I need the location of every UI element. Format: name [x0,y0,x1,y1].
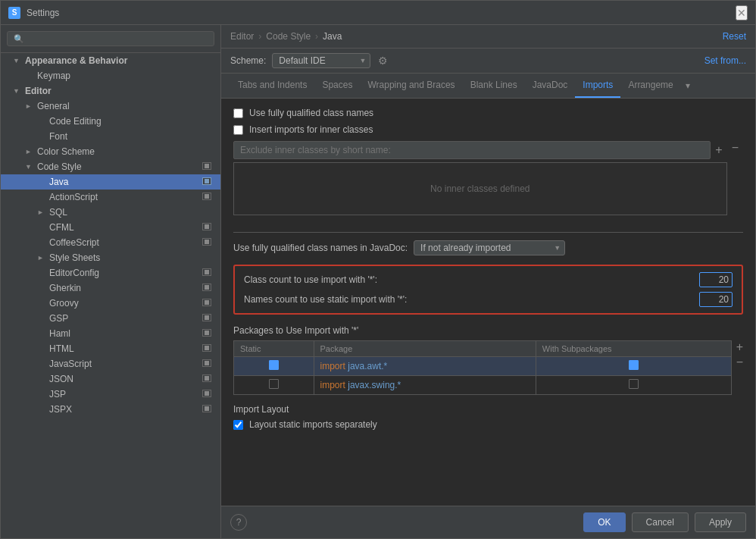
remove-inner-class-button[interactable]: − [727,141,743,155]
sidebar-item-java[interactable]: Java [1,174,220,190]
sidebar-item-style-sheets[interactable]: ► Style Sheets [1,250,220,265]
qualified-label: Use fully qualified class names in JavaD… [233,243,408,253]
checkbox-use-fully-label: Use fully qualified class names [249,108,373,118]
scheme-left: Scheme: Default IDE ⚙ [230,53,389,68]
gear-button[interactable]: ⚙ [376,53,389,68]
arrow-icon: ▼ [13,57,25,64]
tab-more[interactable]: ▾ [681,74,695,97]
reset-button[interactable]: Reset [723,31,746,42]
arrow-icon: ▼ [13,87,25,95]
tab-spaces[interactable]: Spaces [314,74,360,98]
settings-window: S Settings ✕ ▼ Appearance & Behavior Key… [0,0,756,539]
exclude-input[interactable] [233,141,711,159]
sidebar-item-html[interactable]: HTML [1,341,220,356]
sidebar-item-jsp[interactable]: JSP [1,387,220,402]
inner-classes-wrap: + No inner classes defined [233,141,727,224]
arrow-icon: ► [37,254,49,262]
sidebar-item-editorconfig[interactable]: EditorConfig [1,265,220,280]
breadcrumb-code-style: Code Style [266,31,311,42]
sidebar-item-font[interactable]: Font [1,129,220,144]
checkbox-use-fully[interactable] [233,108,243,118]
arrow-icon: ► [37,208,49,216]
subpackage-checkbox-unchecked [629,379,639,389]
static-checkbox-unchecked [269,379,279,389]
sidebar-item-color-scheme[interactable]: ► Color Scheme [1,144,220,159]
right-panel: Editor › Code Style › Java Reset Scheme:… [221,25,755,538]
copy-icon [202,344,214,353]
right-header: Editor › Code Style › Java Reset [221,25,755,49]
sidebar-item-cfml[interactable]: CFML [1,220,220,235]
names-count-input[interactable] [699,292,733,307]
set-from-link[interactable]: Set from... [704,55,746,66]
sidebar-item-groovy[interactable]: Groovy [1,296,220,311]
sidebar-item-label: Appearance & Behavior [25,55,214,66]
sidebar-item-haml[interactable]: Haml [1,326,220,341]
cancel-button[interactable]: Cancel [632,512,689,532]
class-count-row: Class count to use import with '*': [244,272,733,287]
class-count-input[interactable] [699,272,733,287]
qualified-row: Use fully qualified class names in JavaD… [233,240,743,255]
table-row[interactable]: import javax.swing.* [234,376,732,395]
remove-package-button[interactable]: − [736,356,743,369]
qualified-select-wrap: If not already imported [414,240,565,255]
help-button[interactable]: ? [230,514,247,531]
copy-icon [202,284,214,293]
window-title: Settings [27,8,736,18]
sidebar-item-editor[interactable]: ▼ Editor [1,83,220,99]
copy-icon [202,268,214,277]
tab-javadoc[interactable]: JavaDoc [525,74,576,98]
sidebar-item-javascript[interactable]: JavaScript [1,356,220,371]
search-input[interactable] [7,31,214,46]
package-name: java.awt.* [348,361,387,371]
package-keyword: import [320,380,345,390]
tab-wrapping-braces[interactable]: Wrapping and Braces [360,74,462,98]
checkbox-row-use-fully: Use fully qualified class names [233,108,743,118]
table-row[interactable]: import java.awt.* [234,357,732,376]
sidebar-item-code-editing[interactable]: Code Editing [1,114,220,129]
close-button[interactable]: ✕ [736,5,748,20]
sidebar: ▼ Appearance & Behavior Keymap ▼ Editor … [1,25,221,538]
class-count-label: Class count to use import with '*': [244,274,693,285]
tab-tabs-indents[interactable]: Tabs and Indents [230,74,314,98]
sidebar-item-keymap[interactable]: Keymap [1,68,220,83]
ok-button[interactable]: OK [583,512,625,532]
sidebar-item-appearance-behavior[interactable]: ▼ Appearance & Behavior [1,53,220,68]
exclude-row: + [233,141,727,159]
scheme-select[interactable]: Default IDE [272,53,370,68]
sidebar-item-code-style[interactable]: ▼ Code Style [1,159,220,174]
sidebar-item-jspx[interactable]: JSPX [1,402,220,417]
sidebar-item-label: JavaScript [49,359,199,369]
sidebar-item-actionscript[interactable]: ActionScript [1,190,220,205]
checkbox-inner-label: Insert imports for inner classes [249,124,373,135]
copy-icon [202,405,214,414]
add-package-button[interactable]: + [736,340,743,354]
sidebar-item-label: Gherkin [49,283,199,293]
import-counts-box: Class count to use import with '*': Name… [233,265,743,315]
add-exclude-button[interactable]: + [711,143,726,157]
tab-blank-lines[interactable]: Blank Lines [463,74,525,98]
arrow-icon: ► [25,102,37,110]
sidebar-item-sql[interactable]: ► SQL [1,205,220,220]
sidebar-item-label: Code Style [37,161,199,172]
sidebar-item-coffeescript[interactable]: CoffeeScript [1,235,220,250]
sidebar-item-general[interactable]: ► General [1,99,220,114]
sidebar-item-gherkin[interactable]: Gherkin [1,280,220,296]
copy-icon [202,359,214,368]
sidebar-item-label: ActionScript [49,192,199,202]
apply-button[interactable]: Apply [695,512,746,532]
tab-imports[interactable]: Imports [575,74,620,98]
breadcrumb-sep2: › [315,31,318,42]
exclude-row-area: + No inner classes defined − [233,141,743,224]
sidebar-item-json[interactable]: JSON [1,371,220,387]
copy-icon [202,329,214,338]
sidebar-item-label: Groovy [49,298,199,309]
sidebar-item-gsp[interactable]: GSP [1,311,220,326]
packages-title: Packages to Use Import with '*' [233,325,743,336]
main-content: ▼ Appearance & Behavior Keymap ▼ Editor … [1,25,755,538]
layout-static-checkbox[interactable] [233,420,243,430]
sidebar-item-label: Keymap [37,71,214,81]
checkbox-inner-classes[interactable] [233,125,243,135]
tab-arrangement[interactable]: Arrangeme [620,74,680,98]
qualified-select[interactable]: If not already imported [414,240,565,255]
sidebar-item-label: CoffeeScript [49,237,199,248]
